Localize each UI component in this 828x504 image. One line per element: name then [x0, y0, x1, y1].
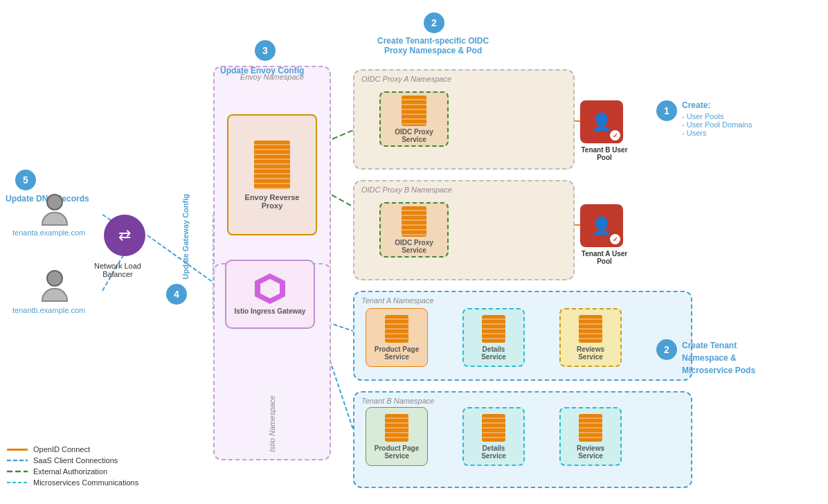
envoy-label: Envoy ReverseProxy: [245, 193, 300, 210]
step3-label: Update Envoy Config: [220, 66, 304, 75]
tenant-b-user-pool: 👤 ✓ Tenant B User Pool: [580, 100, 629, 161]
tenant-a-pool-symbol: 👤: [591, 216, 612, 235]
envoy-server-icon: [254, 141, 290, 189]
step1-text: Create: - User Pools - User Pool Domains…: [682, 100, 752, 137]
tenant-b-details-label: DetailsService: [481, 444, 506, 460]
step1-create-label: Create:: [682, 100, 752, 110]
tenant-a-reviews-icon: [579, 315, 602, 343]
oidc-proxy-b-label: OIDC Proxy B Namespace: [361, 186, 452, 194]
step1-sub3: - Users: [682, 129, 752, 137]
legend-ext-auth-line: [7, 469, 28, 474]
step3-circle: 3: [255, 40, 276, 61]
tenant-a-pool-check: ✓: [610, 234, 620, 244]
legend-saas: SaaS Client Connections: [7, 456, 138, 465]
oidc-proxy-svc-a-box: OIDC ProxyService: [379, 91, 449, 147]
tenant-a-details-icon: [482, 315, 505, 343]
tenant-a-details-label: DetailsService: [481, 345, 506, 361]
tenant-a-product-label: Product PageService: [375, 345, 419, 361]
step2b-circle: 2: [656, 339, 677, 360]
envoy-reverse-proxy-box: Envoy ReverseProxy: [227, 114, 317, 235]
tenant-a-reviews-box: ReviewsService: [559, 308, 622, 367]
tenant-a-product-box: Product PageService: [366, 308, 428, 367]
legend-microservices: Microservices Communications: [7, 478, 138, 487]
diagram-container: 5 Update DNS Records tenanta.example.com…: [0, 0, 828, 504]
tenant-a-product-icon: [385, 315, 408, 343]
step2a-label: Create Tenant-specific OIDCProxy Namespa…: [377, 36, 489, 55]
tenant-b-reviews-box: ReviewsService: [559, 407, 622, 466]
step4-label: Update Gateway Config: [181, 194, 190, 279]
tenant-b-reviews-icon: [579, 414, 602, 442]
nlb-label: Network Load Balancer: [90, 262, 145, 278]
tenant-a-pool-label: Tenant A User Pool: [580, 250, 629, 265]
oidc-svc-a-icon: [402, 96, 426, 126]
oidc-svc-b-label: OIDC ProxyService: [395, 239, 433, 254]
istio-hex-icon: [255, 273, 285, 304]
tenant-a-details-box: DetailsService: [462, 308, 525, 367]
tenant-b-details-box: DetailsService: [462, 407, 525, 466]
tenant-b-product-label: Product PageService: [375, 444, 419, 460]
oidc-proxy-svc-b-box: OIDC ProxyService: [379, 202, 449, 258]
istio-ingress-box: Istio Ingress Gateway: [225, 260, 315, 329]
legend-microservices-line: [7, 480, 28, 485]
tenant-b-pool-label: Tenant B User Pool: [580, 146, 629, 161]
user-a-domain: tenanta.example.com: [12, 228, 85, 237]
step5-circle: 5: [15, 170, 36, 190]
tenant-b-pool-icon: 👤 ✓: [580, 100, 623, 143]
tenant-a-user-pool: 👤 ✓ Tenant A User Pool: [580, 204, 629, 265]
step2a-circle: 2: [424, 12, 444, 33]
nlb-icon: ⇄: [118, 226, 131, 244]
legend-ext-auth: External Authorization: [7, 467, 138, 476]
step2b-label: Create TenantNamespace &Microservice Pod…: [682, 339, 755, 377]
legend-saas-line: [7, 458, 28, 462]
tenant-b-pool-check: ✓: [610, 130, 620, 141]
tenant-b-pool-symbol: 👤: [591, 112, 612, 132]
step1-circle: 1: [656, 100, 677, 121]
step4-circle: 4: [166, 284, 187, 305]
istio-namespace-label: Istio Namespace: [268, 395, 276, 452]
legend-openid-line: [7, 449, 28, 451]
user-b-domain: tenantb.example.com: [12, 306, 85, 314]
tenant-a-ns-label: Tenant A Namespace: [361, 296, 434, 305]
step1-sub2: - User Pool Domains: [682, 120, 752, 129]
oidc-proxy-a-label: OIDC Proxy A Namespace: [361, 75, 451, 83]
oidc-svc-b-icon: [402, 206, 426, 237]
legend: OpenID Connect SaaS Client Connections E…: [7, 445, 138, 487]
istio-ingress-label: Istio Ingress Gateway: [235, 307, 306, 315]
tenant-b-reviews-label: ReviewsService: [577, 444, 604, 460]
tenant-b-product-box: Product PageService: [366, 407, 428, 466]
oidc-svc-a-label: OIDC ProxyService: [395, 128, 433, 143]
tenant-b-ns-label: Tenant B Namespace: [361, 397, 434, 405]
user-a-icon: [42, 194, 68, 226]
nlb-circle: ⇄: [104, 215, 145, 256]
step1-sub1: - User Pools: [682, 112, 752, 120]
tenant-a-reviews-label: ReviewsService: [577, 345, 604, 361]
user-b-icon: [42, 270, 68, 302]
tenant-b-details-icon: [482, 414, 505, 442]
tenant-b-product-icon: [385, 414, 408, 442]
tenant-a-pool-icon: 👤 ✓: [580, 204, 623, 247]
legend-openid: OpenID Connect: [7, 445, 138, 453]
